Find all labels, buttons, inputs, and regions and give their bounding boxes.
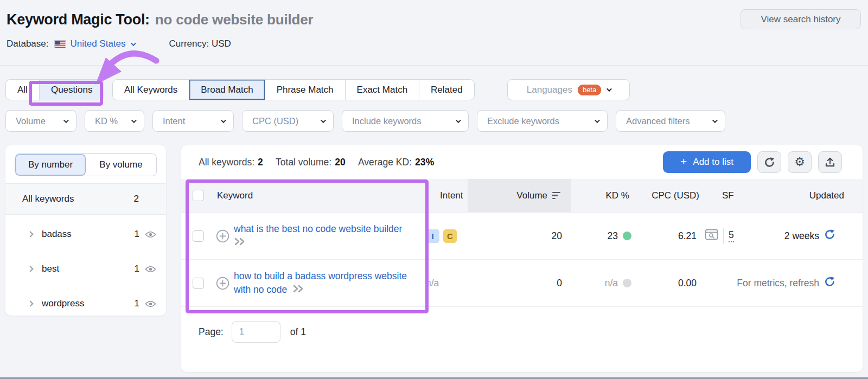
- database-value: United States: [71, 38, 126, 49]
- filter-bar: Volume KD % Intent CPC (USD) Include key…: [5, 110, 725, 132]
- stat-all-keywords: All keywords:2: [199, 157, 263, 168]
- chevron-down-icon: [131, 118, 137, 123]
- keyword-link[interactable]: how to build a badass wordpress website …: [234, 260, 415, 306]
- stat-label: Total volume:: [276, 157, 331, 168]
- sort-by-number-tab[interactable]: By number: [15, 154, 86, 176]
- chevron-down-icon: [595, 118, 600, 123]
- database-selector[interactable]: United States: [71, 38, 135, 49]
- export-icon: [825, 157, 835, 168]
- add-to-list-button[interactable]: + Add to list: [663, 151, 751, 173]
- group-row-badass[interactable]: badass 1: [5, 219, 166, 249]
- stat-label: All keywords:: [199, 157, 254, 168]
- filter-cpc[interactable]: CPC (USD): [242, 110, 334, 132]
- chevron-down-icon: [131, 41, 136, 46]
- stat-value: 20: [335, 157, 346, 168]
- tab-exact-match[interactable]: Exact Match: [345, 80, 419, 100]
- chevron-down-icon: [456, 118, 461, 123]
- add-keyword-button[interactable]: [216, 260, 229, 306]
- select-all-checkbox[interactable]: [193, 179, 204, 212]
- filter-advanced[interactable]: Advanced filters: [616, 110, 725, 132]
- row-checkbox[interactable]: [193, 260, 204, 306]
- filter-label: CPC (USD): [252, 116, 298, 126]
- add-to-list-label: Add to list: [693, 157, 733, 168]
- group-row-best[interactable]: best 1: [5, 254, 166, 284]
- checkbox-icon: [193, 190, 204, 201]
- column-keyword[interactable]: Keyword: [217, 179, 253, 212]
- intent-commercial-badge[interactable]: C: [443, 229, 457, 243]
- languages-dropdown[interactable]: Languages beta: [507, 79, 630, 100]
- keyword-magic-tool-page: Keyword Magic Tool: no code website buil…: [0, 0, 868, 379]
- settings-button[interactable]: ⚙: [788, 151, 812, 173]
- chevron-right-icon: [27, 231, 33, 237]
- us-flag-icon: [54, 40, 66, 48]
- pagination: Page: of 1: [199, 320, 306, 344]
- chevron-right-icon: [27, 266, 33, 272]
- all-keywords-row[interactable]: All keywords 2: [5, 183, 166, 215]
- page-label: Page:: [199, 326, 224, 338]
- filter-label: Advanced filters: [626, 116, 690, 126]
- eye-icon[interactable]: [145, 230, 156, 239]
- filter-intent[interactable]: Intent: [152, 110, 234, 132]
- tab-broad-match[interactable]: Broad Match: [189, 80, 264, 100]
- refresh-button[interactable]: [757, 151, 781, 173]
- keyword-row-2: how to build a badass wordpress website …: [181, 260, 863, 307]
- sort-by-volume-tab[interactable]: By volume: [86, 154, 156, 176]
- double-chevron-icon[interactable]: [292, 284, 304, 295]
- intent-badges: I C: [426, 213, 457, 259]
- view-search-history-button[interactable]: View search history: [741, 9, 861, 29]
- kd-value: n/a: [528, 260, 631, 306]
- plus-circle-icon: [216, 229, 229, 243]
- keyword-row-1: what is the best no code website builder…: [181, 213, 863, 260]
- row-checkbox[interactable]: [193, 213, 204, 259]
- serp-preview-icon[interactable]: [705, 229, 718, 243]
- intent-informational-badge[interactable]: I: [426, 229, 439, 243]
- export-button[interactable]: [818, 151, 842, 173]
- filter-include-keywords[interactable]: Include keywords: [342, 110, 469, 132]
- table-header-row: Keyword Intent Volume KD % CPC (USD) SF …: [181, 179, 863, 213]
- refresh-icon: [764, 157, 775, 168]
- filter-kd[interactable]: KD %: [85, 110, 144, 132]
- filter-label: Volume: [16, 116, 46, 126]
- kd-number: 23: [608, 230, 618, 242]
- refresh-metrics-icon[interactable]: [824, 229, 835, 243]
- group-count: 1: [135, 264, 139, 274]
- filter-exclude-keywords[interactable]: Exclude keywords: [477, 110, 608, 132]
- kd-easy-dot: [623, 232, 631, 240]
- tab-related[interactable]: Related: [419, 80, 474, 100]
- filter-volume[interactable]: Volume: [5, 110, 76, 132]
- tab-all-keywords[interactable]: All Keywords: [113, 80, 189, 100]
- chevron-down-icon: [321, 118, 326, 123]
- page-of-label: of 1: [290, 326, 306, 338]
- chevron-down-icon: [712, 118, 718, 123]
- column-intent[interactable]: Intent: [440, 179, 463, 212]
- group-label: badass: [42, 229, 72, 240]
- tab-phrase-match[interactable]: Phrase Match: [265, 80, 345, 100]
- column-updated[interactable]: Updated: [736, 179, 844, 212]
- column-sf[interactable]: SF: [722, 179, 734, 212]
- updated-cell: For metrics, refresh: [724, 260, 835, 306]
- keyword-link[interactable]: what is the best no code website builder: [234, 213, 415, 259]
- checkbox-icon: [193, 278, 204, 289]
- tool-title: Keyword Magic Tool:: [7, 11, 150, 28]
- tab-questions[interactable]: Questions: [39, 80, 104, 100]
- filter-label: KD %: [95, 116, 118, 126]
- page-number-input[interactable]: [232, 321, 280, 343]
- tab-all[interactable]: All: [6, 80, 39, 100]
- double-chevron-icon[interactable]: [234, 237, 246, 248]
- add-keyword-button[interactable]: [216, 213, 229, 259]
- stat-value: 23%: [415, 157, 435, 168]
- all-keywords-count: 2: [134, 194, 139, 204]
- search-query: no code website builder: [155, 11, 314, 28]
- stat-value: 2: [258, 157, 263, 168]
- eye-icon[interactable]: [145, 300, 156, 308]
- column-cpc[interactable]: CPC (USD): [591, 179, 699, 212]
- chevron-down-icon: [63, 118, 69, 123]
- group-label: wordpress: [42, 298, 84, 309]
- updated-cell: 2 weeks: [724, 213, 835, 259]
- group-row-wordpress[interactable]: wordpress 1: [5, 288, 166, 319]
- refresh-metrics-icon[interactable]: [824, 276, 835, 290]
- kd-na-dot: [623, 279, 631, 287]
- keyword-text: how to build a badass wordpress website …: [234, 271, 407, 295]
- page-title: Keyword Magic Tool: no code website buil…: [7, 9, 313, 30]
- eye-icon[interactable]: [145, 265, 156, 273]
